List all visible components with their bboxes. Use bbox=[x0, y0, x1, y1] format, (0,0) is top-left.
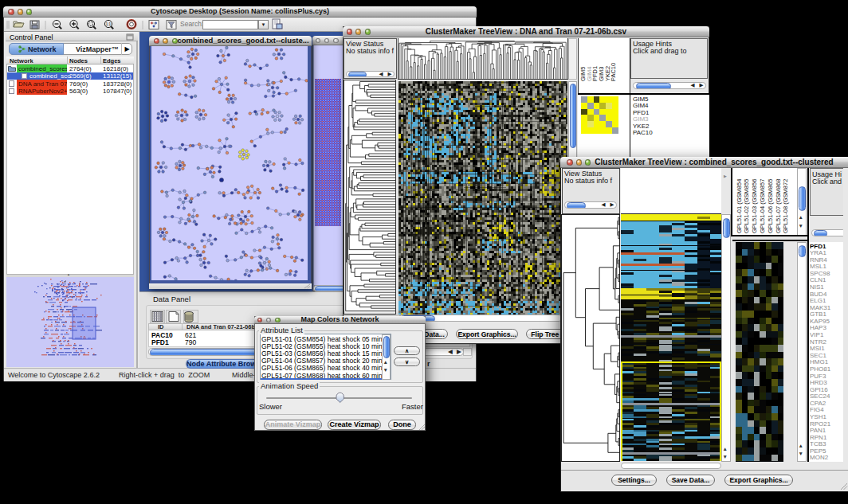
svg-text:PAC10: PAC10 bbox=[610, 63, 617, 81]
svg-text:GPL51-01 (GSM854: GPL51-01 (GSM854 bbox=[736, 179, 743, 233]
svg-text:GPL51-04 (GSM857: GPL51-04 (GSM857 bbox=[759, 179, 766, 233]
svg-text:Search:: Search: bbox=[180, 20, 203, 28]
svg-text:GPL51-06 (GSM865: GPL51-06 (GSM865 bbox=[767, 179, 774, 233]
svg-text:GPL51-07 (GSM868: GPL51-07 (GSM868 bbox=[775, 179, 782, 233]
svg-text:1:1: 1:1 bbox=[106, 22, 112, 26]
svg-text:GPL51-08 (GSM872: GPL51-08 (GSM872 bbox=[782, 179, 789, 233]
svg-text:GPL51-03 (GSM856: GPL51-03 (GSM856 bbox=[751, 179, 758, 233]
svg-text:GPL51-02 (GSM855: GPL51-02 (GSM855 bbox=[743, 179, 750, 233]
